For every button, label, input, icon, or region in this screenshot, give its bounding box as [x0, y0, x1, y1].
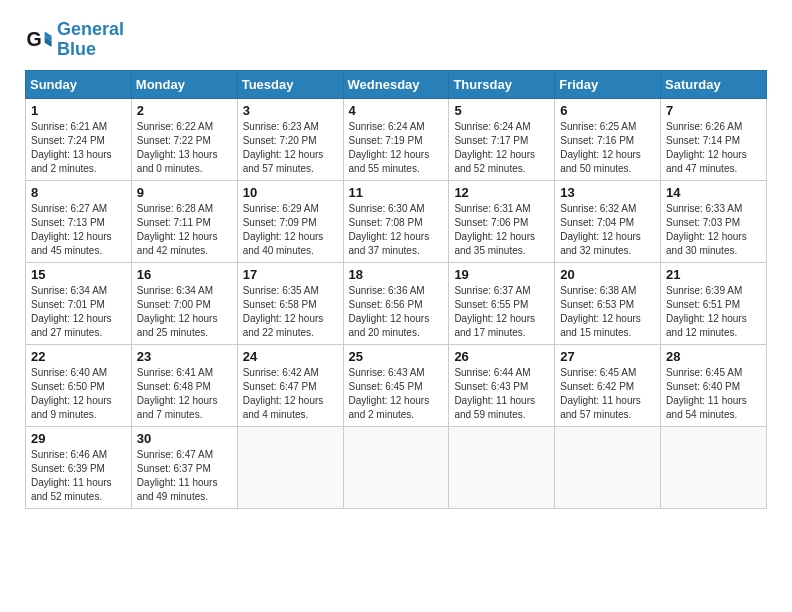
day-number: 3 [243, 103, 338, 118]
day-number: 5 [454, 103, 549, 118]
day-info: Sunrise: 6:23 AMSunset: 7:20 PMDaylight:… [243, 120, 338, 176]
weekday-header-tuesday: Tuesday [237, 70, 343, 98]
weekday-header-sunday: Sunday [26, 70, 132, 98]
calendar-week-row: 29 Sunrise: 6:46 AMSunset: 6:39 PMDaylig… [26, 426, 767, 508]
day-number: 27 [560, 349, 655, 364]
day-info: Sunrise: 6:24 AMSunset: 7:17 PMDaylight:… [454, 120, 549, 176]
day-number: 10 [243, 185, 338, 200]
day-number: 13 [560, 185, 655, 200]
calendar-cell: 22 Sunrise: 6:40 AMSunset: 6:50 PMDaylig… [26, 344, 132, 426]
calendar-cell: 6 Sunrise: 6:25 AMSunset: 7:16 PMDayligh… [555, 98, 661, 180]
day-number: 17 [243, 267, 338, 282]
calendar-cell: 19 Sunrise: 6:37 AMSunset: 6:55 PMDaylig… [449, 262, 555, 344]
day-info: Sunrise: 6:34 AMSunset: 7:01 PMDaylight:… [31, 284, 126, 340]
calendar-cell: 30 Sunrise: 6:47 AMSunset: 6:37 PMDaylig… [131, 426, 237, 508]
calendar-cell: 13 Sunrise: 6:32 AMSunset: 7:04 PMDaylig… [555, 180, 661, 262]
calendar-cell: 2 Sunrise: 6:22 AMSunset: 7:22 PMDayligh… [131, 98, 237, 180]
calendar-cell [237, 426, 343, 508]
day-number: 16 [137, 267, 232, 282]
day-info: Sunrise: 6:32 AMSunset: 7:04 PMDaylight:… [560, 202, 655, 258]
day-number: 9 [137, 185, 232, 200]
weekday-header-friday: Friday [555, 70, 661, 98]
calendar-cell: 18 Sunrise: 6:36 AMSunset: 6:56 PMDaylig… [343, 262, 449, 344]
day-number: 11 [349, 185, 444, 200]
day-info: Sunrise: 6:46 AMSunset: 6:39 PMDaylight:… [31, 448, 126, 504]
day-number: 4 [349, 103, 444, 118]
calendar-cell: 9 Sunrise: 6:28 AMSunset: 7:11 PMDayligh… [131, 180, 237, 262]
weekday-header-saturday: Saturday [661, 70, 767, 98]
day-number: 30 [137, 431, 232, 446]
day-info: Sunrise: 6:26 AMSunset: 7:14 PMDaylight:… [666, 120, 761, 176]
day-info: Sunrise: 6:47 AMSunset: 6:37 PMDaylight:… [137, 448, 232, 504]
day-info: Sunrise: 6:41 AMSunset: 6:48 PMDaylight:… [137, 366, 232, 422]
calendar-cell: 26 Sunrise: 6:44 AMSunset: 6:43 PMDaylig… [449, 344, 555, 426]
weekday-header-monday: Monday [131, 70, 237, 98]
day-info: Sunrise: 6:22 AMSunset: 7:22 PMDaylight:… [137, 120, 232, 176]
calendar-cell: 24 Sunrise: 6:42 AMSunset: 6:47 PMDaylig… [237, 344, 343, 426]
day-info: Sunrise: 6:28 AMSunset: 7:11 PMDaylight:… [137, 202, 232, 258]
day-info: Sunrise: 6:35 AMSunset: 6:58 PMDaylight:… [243, 284, 338, 340]
day-number: 25 [349, 349, 444, 364]
day-info: Sunrise: 6:33 AMSunset: 7:03 PMDaylight:… [666, 202, 761, 258]
day-info: Sunrise: 6:25 AMSunset: 7:16 PMDaylight:… [560, 120, 655, 176]
day-number: 19 [454, 267, 549, 282]
day-info: Sunrise: 6:42 AMSunset: 6:47 PMDaylight:… [243, 366, 338, 422]
calendar-cell: 27 Sunrise: 6:45 AMSunset: 6:42 PMDaylig… [555, 344, 661, 426]
calendar-cell: 8 Sunrise: 6:27 AMSunset: 7:13 PMDayligh… [26, 180, 132, 262]
calendar-cell [555, 426, 661, 508]
day-info: Sunrise: 6:31 AMSunset: 7:06 PMDaylight:… [454, 202, 549, 258]
day-info: Sunrise: 6:37 AMSunset: 6:55 PMDaylight:… [454, 284, 549, 340]
calendar-cell: 15 Sunrise: 6:34 AMSunset: 7:01 PMDaylig… [26, 262, 132, 344]
calendar-week-row: 8 Sunrise: 6:27 AMSunset: 7:13 PMDayligh… [26, 180, 767, 262]
calendar-cell [661, 426, 767, 508]
calendar-cell: 3 Sunrise: 6:23 AMSunset: 7:20 PMDayligh… [237, 98, 343, 180]
day-number: 18 [349, 267, 444, 282]
day-info: Sunrise: 6:36 AMSunset: 6:56 PMDaylight:… [349, 284, 444, 340]
calendar-cell: 11 Sunrise: 6:30 AMSunset: 7:08 PMDaylig… [343, 180, 449, 262]
day-info: Sunrise: 6:29 AMSunset: 7:09 PMDaylight:… [243, 202, 338, 258]
day-number: 14 [666, 185, 761, 200]
page-header: G GeneralBlue [25, 20, 767, 60]
calendar-cell: 21 Sunrise: 6:39 AMSunset: 6:51 PMDaylig… [661, 262, 767, 344]
day-info: Sunrise: 6:39 AMSunset: 6:51 PMDaylight:… [666, 284, 761, 340]
day-number: 7 [666, 103, 761, 118]
svg-text:G: G [26, 27, 41, 49]
day-number: 2 [137, 103, 232, 118]
day-number: 23 [137, 349, 232, 364]
day-info: Sunrise: 6:43 AMSunset: 6:45 PMDaylight:… [349, 366, 444, 422]
calendar-cell: 12 Sunrise: 6:31 AMSunset: 7:06 PMDaylig… [449, 180, 555, 262]
weekday-header-thursday: Thursday [449, 70, 555, 98]
calendar-week-row: 22 Sunrise: 6:40 AMSunset: 6:50 PMDaylig… [26, 344, 767, 426]
calendar-cell: 29 Sunrise: 6:46 AMSunset: 6:39 PMDaylig… [26, 426, 132, 508]
day-number: 8 [31, 185, 126, 200]
day-info: Sunrise: 6:24 AMSunset: 7:19 PMDaylight:… [349, 120, 444, 176]
day-number: 1 [31, 103, 126, 118]
calendar-cell: 28 Sunrise: 6:45 AMSunset: 6:40 PMDaylig… [661, 344, 767, 426]
day-number: 6 [560, 103, 655, 118]
day-number: 12 [454, 185, 549, 200]
weekday-header-wednesday: Wednesday [343, 70, 449, 98]
day-number: 20 [560, 267, 655, 282]
day-info: Sunrise: 6:38 AMSunset: 6:53 PMDaylight:… [560, 284, 655, 340]
logo-icon: G [25, 26, 53, 54]
day-number: 24 [243, 349, 338, 364]
day-number: 21 [666, 267, 761, 282]
calendar-cell: 17 Sunrise: 6:35 AMSunset: 6:58 PMDaylig… [237, 262, 343, 344]
weekday-header-row: SundayMondayTuesdayWednesdayThursdayFrid… [26, 70, 767, 98]
calendar-cell: 10 Sunrise: 6:29 AMSunset: 7:09 PMDaylig… [237, 180, 343, 262]
day-info: Sunrise: 6:45 AMSunset: 6:40 PMDaylight:… [666, 366, 761, 422]
calendar-table: SundayMondayTuesdayWednesdayThursdayFrid… [25, 70, 767, 509]
calendar-cell [449, 426, 555, 508]
day-number: 28 [666, 349, 761, 364]
day-info: Sunrise: 6:44 AMSunset: 6:43 PMDaylight:… [454, 366, 549, 422]
day-info: Sunrise: 6:40 AMSunset: 6:50 PMDaylight:… [31, 366, 126, 422]
day-info: Sunrise: 6:45 AMSunset: 6:42 PMDaylight:… [560, 366, 655, 422]
calendar-cell [343, 426, 449, 508]
calendar-cell: 14 Sunrise: 6:33 AMSunset: 7:03 PMDaylig… [661, 180, 767, 262]
calendar-cell: 5 Sunrise: 6:24 AMSunset: 7:17 PMDayligh… [449, 98, 555, 180]
calendar-cell: 4 Sunrise: 6:24 AMSunset: 7:19 PMDayligh… [343, 98, 449, 180]
calendar-week-row: 15 Sunrise: 6:34 AMSunset: 7:01 PMDaylig… [26, 262, 767, 344]
calendar-cell: 23 Sunrise: 6:41 AMSunset: 6:48 PMDaylig… [131, 344, 237, 426]
calendar-cell: 16 Sunrise: 6:34 AMSunset: 7:00 PMDaylig… [131, 262, 237, 344]
calendar-cell: 20 Sunrise: 6:38 AMSunset: 6:53 PMDaylig… [555, 262, 661, 344]
